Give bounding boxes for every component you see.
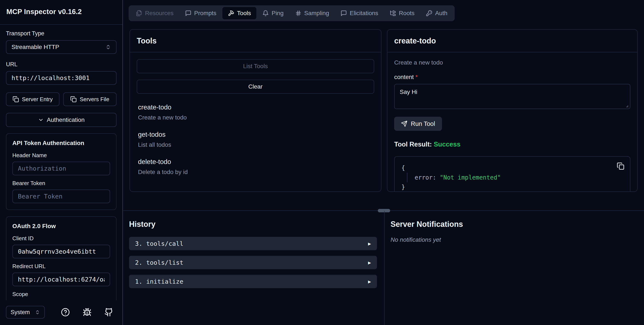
content-label-text: content [394, 74, 414, 80]
bearer-token-input[interactable] [18, 193, 104, 200]
github-button[interactable] [104, 308, 113, 317]
oauth-card: OAuth 2.0 Flow Client ID Redirect URL Sc… [6, 216, 116, 300]
content-textarea[interactable]: Say Hi [394, 84, 630, 109]
tab-tools[interactable]: Tools [222, 7, 256, 20]
expand-arrow-icon: ▶ [368, 241, 371, 246]
message-square-icon [185, 10, 192, 16]
sidebar-body: Transport Type Streamable HTTP URL [0, 25, 122, 300]
result-json-block: { error: "Not implemented" } [394, 156, 630, 192]
json-error-line: error: "Not implemented" [407, 173, 623, 182]
resize-grip-icon[interactable] [624, 103, 629, 108]
copy-icon [617, 162, 624, 170]
circle-help-icon [61, 308, 70, 317]
client-id-field-wrap [12, 245, 110, 258]
server-entry-label: Server Entry [22, 96, 53, 103]
history-row-tools-call[interactable]: 3. tools/call ▶ [129, 237, 377, 250]
history-panel: History 3. tools/call ▶ 2. tools/list ▶ … [123, 211, 384, 325]
tool-name: get-todos [138, 131, 373, 138]
history-row-label: 3. tools/call [135, 240, 368, 247]
servers-file-label: Servers File [80, 96, 109, 103]
copy-buttons-row: Server Entry Servers File [6, 92, 116, 106]
footer-icons [61, 308, 113, 317]
app-title: MCP Inspector v0.16.2 [6, 8, 116, 16]
theme-select[interactable]: System [6, 306, 45, 318]
chevron-down-icon [38, 117, 44, 123]
bearer-token-field-wrap [12, 190, 110, 203]
tool-list-item-create-todo[interactable]: create-todo Create a new todo [138, 104, 373, 121]
help-button[interactable] [61, 308, 70, 317]
tool-list-item-get-todos[interactable]: get-todos List all todos [138, 131, 373, 148]
tab-label: Prompts [194, 10, 216, 16]
json-key: error: [415, 174, 436, 181]
json-value: "Not implemented" [440, 174, 501, 181]
history-row-tools-list[interactable]: 2. tools/list ▶ [129, 256, 377, 269]
tab-label: Resources [145, 10, 174, 16]
sidebar-header: MCP Inspector v0.16.2 [0, 0, 122, 25]
expand-arrow-icon: ▶ [368, 260, 371, 265]
tool-name: delete-todo [138, 158, 373, 166]
main-area: Resources Prompts Tools Ping [123, 0, 644, 325]
header-name-input[interactable] [18, 165, 104, 172]
servers-file-button[interactable]: Servers File [63, 92, 117, 106]
tab-label: Auth [435, 10, 448, 16]
url-input[interactable] [12, 74, 111, 82]
copy-icon [70, 96, 77, 102]
list-tools-button[interactable]: List Tools [137, 59, 374, 73]
theme-value: System [11, 309, 30, 316]
bug-report-button[interactable] [83, 308, 92, 317]
server-entry-button[interactable]: Server Entry [6, 92, 60, 106]
run-tool-panel-header: create-todo [388, 30, 637, 52]
transport-type-label: Transport Type [6, 30, 116, 37]
run-tool-label: Run Tool [411, 120, 435, 127]
run-tool-panel: create-todo Create a new todo content* S… [387, 29, 638, 192]
tools-panel-title: Tools [137, 36, 156, 45]
hammer-icon [228, 10, 234, 16]
sidebar: MCP Inspector v0.16.2 Transport Type Str… [0, 0, 123, 325]
run-tool-button[interactable]: Run Tool [394, 117, 442, 131]
transport-type-select[interactable]: Streamable HTTP [6, 40, 116, 54]
transport-type-value: Streamable HTTP [12, 44, 59, 50]
api-token-title: API Token Authentication [12, 140, 110, 146]
tab-prompts[interactable]: Prompts [180, 7, 222, 20]
hash-icon [295, 10, 302, 16]
scope-label: Scope [12, 291, 110, 298]
url-group: URL [6, 61, 116, 85]
tool-list-item-delete-todo[interactable]: delete-todo Delete a todo by id [138, 158, 373, 176]
tool-description: List all todos [138, 142, 373, 148]
history-row-label: 1. initialize [135, 278, 368, 285]
authentication-label: Authentication [47, 116, 84, 123]
message-square-icon [340, 10, 347, 16]
api-token-card: API Token Authentication Header Name Bea… [6, 133, 116, 210]
files-icon [136, 10, 142, 16]
tab-sampling[interactable]: Sampling [290, 7, 335, 20]
copy-icon [12, 96, 19, 102]
tool-description: Create a new todo [138, 114, 373, 121]
tool-description: Delete a todo by id [138, 169, 373, 176]
server-notifications-title: Server Notifications [390, 220, 638, 229]
folder-tree-icon [390, 10, 396, 16]
tab-auth[interactable]: Auth [420, 7, 453, 20]
clear-tools-button[interactable]: Clear [137, 80, 374, 94]
redirect-url-input[interactable] [18, 276, 104, 283]
tab-resources[interactable]: Resources [130, 7, 179, 20]
tab-ping[interactable]: Ping [257, 7, 289, 20]
redirect-url-field-wrap [12, 272, 110, 286]
oauth-title: OAuth 2.0 Flow [12, 223, 110, 230]
authentication-toggle[interactable]: Authentication [6, 113, 116, 127]
client-id-input[interactable] [18, 248, 104, 255]
json-close-brace: } [402, 182, 623, 192]
tab-elicitations[interactable]: Elicitations [335, 7, 384, 20]
github-icon [104, 308, 113, 317]
required-marker: * [416, 74, 418, 80]
tab-roots[interactable]: Roots [384, 7, 420, 20]
tools-panel-body: List Tools Clear create-todo Create a ne… [130, 52, 381, 192]
copy-result-button[interactable] [617, 162, 624, 170]
tab-label: Elicitations [350, 10, 378, 16]
tools-panel-header: Tools [130, 30, 381, 52]
redirect-url-label: Redirect URL [12, 263, 110, 270]
tab-label: Sampling [304, 10, 329, 16]
top-panels: Tools List Tools Clear create-todo Creat… [130, 29, 638, 192]
content-field-wrap: Say Hi [394, 84, 630, 110]
history-row-initialize[interactable]: 1. initialize ▶ [129, 275, 377, 288]
content-field-label: content* [394, 74, 630, 80]
